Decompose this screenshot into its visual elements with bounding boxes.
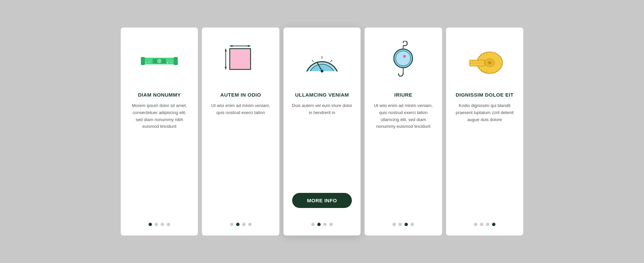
- dot: [149, 223, 152, 226]
- svg-marker-17: [225, 67, 227, 69]
- svg-point-27: [396, 51, 411, 66]
- scale-icon: [302, 41, 342, 81]
- svg-point-28: [403, 55, 406, 58]
- dot: [492, 223, 495, 226]
- svg-line-19: [312, 60, 314, 62]
- card-2-dots: [230, 216, 252, 226]
- dot: [155, 223, 158, 226]
- dot: [161, 223, 164, 226]
- hanging-scale-icon: [383, 41, 423, 81]
- card-4-title: IRIURE: [394, 92, 413, 98]
- svg-point-24: [321, 70, 323, 72]
- svg-marker-13: [230, 45, 232, 47]
- svg-rect-9: [174, 57, 178, 65]
- card-1-dots: [149, 216, 170, 226]
- card-5-text: Kodio dignissim qui blandit praesent lup…: [454, 102, 515, 216]
- dot: [398, 223, 402, 226]
- dot: [405, 223, 408, 226]
- card-1-text: Morem ipsum dolor sit amet, consectetuer…: [129, 102, 190, 216]
- dot: [311, 223, 315, 226]
- svg-rect-10: [230, 49, 251, 69]
- card-1-title: DIAM NONUMMY: [138, 92, 181, 98]
- cards-container: DIAM NONUMMY Morem ipsum dolor sit amet,…: [121, 28, 523, 235]
- card-3-text: Duis autem vel eum iriure dolor in hendr…: [291, 102, 353, 187]
- more-info-button[interactable]: MORE INFO: [292, 193, 352, 208]
- card-ullamcing-veniam: ULLAMCING VENIAM Duis autem vel eum iriu…: [283, 28, 361, 235]
- card-4-text: Ut wisi enim ad minim veniam, quis nostr…: [373, 102, 434, 216]
- card-3-title: ULLAMCING VENIAM: [295, 92, 349, 98]
- dot: [392, 223, 396, 226]
- card-autem-in-odio: AUTEM IN ODIO Ut wisi enim ad minim veni…: [202, 28, 279, 235]
- svg-point-33: [488, 61, 492, 64]
- dot: [329, 223, 333, 226]
- card-2-text: Ut wisi enim ad minim veniam, quis nostr…: [210, 102, 271, 216]
- dot: [486, 223, 489, 226]
- card-4-dots: [392, 216, 414, 226]
- card-3-dots: [311, 216, 333, 226]
- level-icon: [139, 41, 179, 81]
- dot: [248, 223, 252, 226]
- svg-line-21: [330, 60, 332, 62]
- svg-marker-14: [248, 45, 251, 47]
- dot: [474, 223, 477, 226]
- dot: [411, 223, 414, 226]
- card-dignissim: DIGNISSIM DOLOE EIT Kodio dignissim qui …: [446, 28, 523, 235]
- svg-rect-8: [141, 57, 145, 65]
- tape-measure-icon: [465, 41, 505, 81]
- card-diam-nonummy: DIAM NONUMMY Morem ipsum dolor sit amet,…: [121, 28, 198, 235]
- svg-marker-16: [225, 49, 227, 51]
- dot: [230, 223, 233, 226]
- card-5-title: DIGNISSIM DOLOE EIT: [455, 92, 514, 98]
- dot: [167, 223, 170, 226]
- dot: [480, 223, 483, 226]
- card-5-dots: [474, 216, 495, 226]
- svg-point-3: [159, 60, 160, 62]
- dot: [242, 223, 246, 226]
- card-iriure: IRIURE Ut wisi enim ad minim veniam, qui…: [365, 28, 442, 235]
- dot: [317, 223, 321, 226]
- dimension-icon: [221, 41, 261, 81]
- dot: [236, 223, 239, 226]
- dot: [323, 223, 327, 226]
- card-2-title: AUTEM IN ODIO: [220, 92, 261, 98]
